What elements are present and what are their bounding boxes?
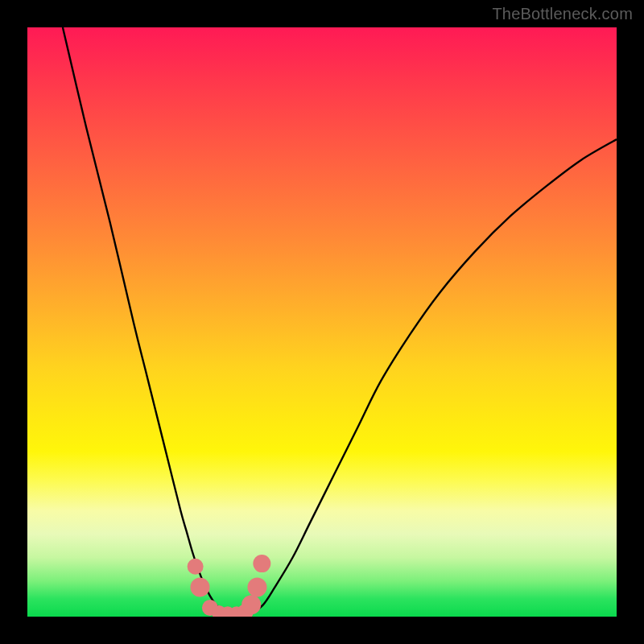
valley-marker bbox=[188, 559, 204, 575]
plot-area bbox=[27, 27, 617, 617]
valley-marker bbox=[247, 577, 266, 597]
chart-frame: TheBottleneck.com bbox=[0, 0, 644, 644]
valley-marker bbox=[190, 577, 209, 597]
curves-svg bbox=[27, 27, 617, 617]
valley-marker bbox=[253, 555, 270, 572]
valley-marker bbox=[242, 595, 261, 614]
curve-right-branch bbox=[251, 139, 617, 613]
watermark-text: TheBottleneck.com bbox=[492, 5, 633, 23]
valley-markers bbox=[188, 555, 271, 617]
curve-left-branch bbox=[63, 27, 228, 613]
